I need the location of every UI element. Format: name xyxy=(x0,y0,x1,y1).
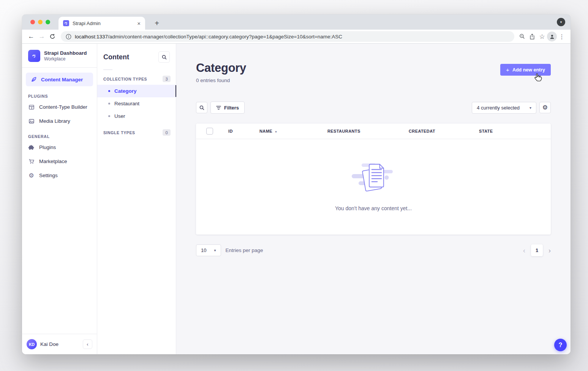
filters-button[interactable]: Filters xyxy=(210,101,245,114)
filters-label: Filters xyxy=(224,105,239,111)
gear-icon: ⚙ xyxy=(28,173,35,179)
column-header-restaurants[interactable]: RESTAURANTS xyxy=(327,129,409,133)
user-avatar[interactable]: KD xyxy=(27,339,37,349)
column-header-state[interactable]: STATE xyxy=(479,129,551,133)
nav-item-restaurant[interactable]: Restaurant xyxy=(97,97,176,110)
question-mark-icon: ? xyxy=(559,342,563,349)
tab-strip: Strapi Admin × + ▼ xyxy=(22,14,571,30)
search-icon xyxy=(162,55,167,60)
reload-button[interactable] xyxy=(47,31,58,42)
sidebar-item-label: Settings xyxy=(39,173,58,178)
select-all-checkbox[interactable] xyxy=(206,128,213,135)
bullet-icon xyxy=(108,90,110,92)
sidebar-divider xyxy=(22,67,97,68)
url-path: /admin/content-manager/collectionType/ap… xyxy=(108,34,342,40)
browser-profile-avatar[interactable] xyxy=(547,32,557,41)
sidebar-item-media-library[interactable]: Media Library xyxy=(22,114,97,128)
forward-button[interactable]: → xyxy=(36,31,47,42)
single-types-header: SINGLE TYPES xyxy=(103,130,135,135)
workspace-subtitle: Workplace xyxy=(44,56,87,62)
page-size-value: 10 xyxy=(201,247,206,253)
bullet-icon xyxy=(108,103,110,105)
url-text: localhost:1337/admin/content-manager/col… xyxy=(75,34,342,40)
entries-per-page-label: Entries per page xyxy=(226,247,263,253)
close-window-button[interactable] xyxy=(30,20,35,24)
workspace-brand[interactable]: Strapi Dashboard Workplace xyxy=(22,44,97,67)
minimize-window-button[interactable] xyxy=(38,20,43,24)
zoom-window-button[interactable] xyxy=(46,20,50,24)
sidebar-item-marketplace[interactable]: Marketplace xyxy=(22,154,97,168)
sidebar-item-label: Marketplace xyxy=(39,159,67,164)
sort-ascending-icon: ▲ xyxy=(275,130,277,133)
filter-icon xyxy=(216,106,221,110)
back-button[interactable]: ← xyxy=(26,31,36,42)
entries-table: ID NAME ▲ RESTAURANTS CREATEDAT STATE xyxy=(196,124,551,235)
strapi-favicon-icon xyxy=(63,20,69,26)
site-info-icon[interactable] xyxy=(66,34,71,40)
nav-item-label: User xyxy=(114,113,125,119)
gear-icon: ⚙ xyxy=(542,105,548,111)
single-types-count-badge: 0 xyxy=(163,129,171,136)
sidebar-item-label: Content-Type Builder xyxy=(39,104,87,110)
workspace-name: Strapi Dashboard xyxy=(44,50,87,57)
column-header-name[interactable]: NAME ▲ xyxy=(259,129,327,133)
search-icon xyxy=(199,105,204,110)
previous-page-icon[interactable]: ‹ xyxy=(523,247,525,254)
page-size-dropdown[interactable]: 10 ▾ xyxy=(196,244,221,256)
share-icon[interactable] xyxy=(527,32,537,41)
puzzle-icon xyxy=(28,144,35,151)
address-bar[interactable]: localhost:1337/admin/content-manager/col… xyxy=(61,31,514,42)
screen-recording-indicator-icon[interactable]: ▼ xyxy=(557,18,565,26)
browser-menu-icon[interactable]: ⋮ xyxy=(557,32,567,41)
sidebar-item-content-manager[interactable]: Content Manager xyxy=(26,73,93,86)
entries-count: 0 entries found xyxy=(196,78,246,83)
nav-item-label: Category xyxy=(114,88,137,94)
layout-grid-icon xyxy=(28,104,35,110)
next-page-icon[interactable]: › xyxy=(548,247,551,254)
shopping-cart-icon xyxy=(28,159,35,165)
close-tab-icon[interactable]: × xyxy=(137,21,141,26)
sidebar-item-content-type-builder[interactable]: Content-Type Builder xyxy=(22,100,97,114)
column-header-createdat[interactable]: CREATEDAT xyxy=(409,129,479,133)
fields-selected-label: 4 currently selected xyxy=(477,105,520,111)
table-header-row: ID NAME ▲ RESTAURANTS CREATEDAT STATE xyxy=(196,124,551,139)
table-search-button[interactable] xyxy=(196,102,207,113)
bullet-icon xyxy=(108,115,110,117)
sidebar-item-settings[interactable]: ⚙ Settings xyxy=(22,168,97,182)
image-icon xyxy=(28,118,35,124)
user-row: KD Kai Doe ‹ xyxy=(22,334,97,354)
main-content: Category 0 entries found + Add new entry… xyxy=(176,44,571,354)
nav-item-user[interactable]: User xyxy=(97,110,176,122)
help-button[interactable]: ? xyxy=(554,339,567,351)
browser-tab[interactable]: Strapi Admin × xyxy=(58,17,145,30)
collection-types-count-badge: 3 xyxy=(163,76,171,82)
sidebar-item-plugins[interactable]: Plugins xyxy=(22,140,97,154)
column-header-id[interactable]: ID xyxy=(228,129,259,133)
sidebar-item-label: Content Manager xyxy=(41,77,83,82)
chevron-left-icon: ‹ xyxy=(87,341,88,347)
panel-divider xyxy=(103,70,112,70)
panel-title: Content xyxy=(103,53,129,61)
feather-pen-icon xyxy=(30,76,37,82)
empty-state-text: You don't have any content yet... xyxy=(335,205,412,211)
bookmark-star-icon[interactable]: ☆ xyxy=(537,32,547,41)
nav-item-label: Restaurant xyxy=(114,101,139,106)
new-tab-button[interactable]: + xyxy=(151,17,163,29)
add-new-entry-button[interactable]: + Add new entry xyxy=(500,64,551,76)
sidebar-item-label: Media Library xyxy=(39,118,70,124)
content-search-button[interactable] xyxy=(158,51,170,63)
browser-window: Strapi Admin × + ▼ ← → localhost:1337/ad… xyxy=(22,14,571,354)
zoom-page-icon[interactable] xyxy=(517,32,527,41)
user-name: Kai Doe xyxy=(40,341,58,347)
table-settings-button[interactable]: ⚙ xyxy=(539,102,551,113)
url-host: localhost:1337 xyxy=(75,34,108,40)
collapse-sidebar-button[interactable]: ‹ xyxy=(83,339,92,349)
page-number-button[interactable]: 1 xyxy=(531,244,543,256)
fields-selected-dropdown[interactable]: 4 currently selected ▾ xyxy=(472,102,536,114)
column-header-label: NAME xyxy=(259,129,272,133)
chevron-down-icon: ▾ xyxy=(214,248,216,252)
plugins-section-header: PLUGINS xyxy=(22,88,97,100)
chevron-down-icon: ▾ xyxy=(530,106,531,110)
nav-item-category[interactable]: Category xyxy=(97,85,176,97)
content-nav-panel: Content COLLECTION TYPES 3 Category Rest… xyxy=(97,44,176,354)
